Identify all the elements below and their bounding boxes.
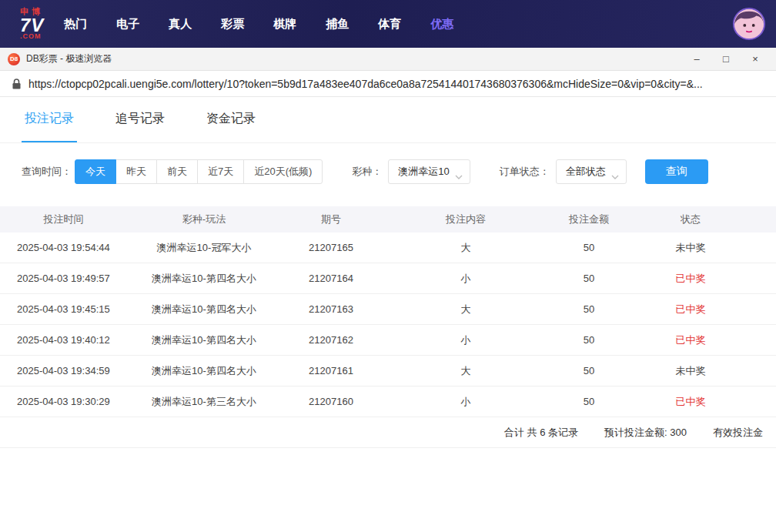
nav-item-hot[interactable]: 热门: [64, 17, 87, 32]
casino-topbar: 申博 7V .COM 热门 电子 真人 彩票 棋牌 捕鱼 体育 优惠: [0, 0, 776, 48]
summary-total: 合计 共 6 条记录: [504, 426, 578, 440]
nav-item-fishing[interactable]: 捕鱼: [326, 17, 349, 32]
filter-7days[interactable]: 近7天: [197, 159, 244, 184]
filter-20days[interactable]: 近20天(低频): [243, 159, 323, 184]
game-play: 澳洲幸运10-第三名大小: [127, 395, 281, 409]
game-play: 澳洲幸运10-第四名大小: [127, 272, 281, 286]
bet-time: 2025-04-03 19:30:29: [0, 396, 127, 407]
window-controls: – □ ×: [682, 48, 770, 71]
browser-favicon-icon: D8: [8, 53, 20, 65]
record-tabs: 投注记录 追号记录 资金记录: [0, 97, 776, 143]
lottery-select-value: 澳洲幸运10: [398, 165, 449, 179]
table-row: 2025-04-03 19:34:59 澳洲幸运10-第四名大小 2120716…: [0, 356, 776, 386]
query-button[interactable]: 查询: [645, 159, 708, 184]
window-title: DB彩票 - 极速浏览器: [26, 52, 112, 65]
header-bet-time: 投注时间: [0, 212, 127, 226]
table-row: 2025-04-03 19:30:29 澳洲幸运10-第三名大小 2120716…: [0, 386, 776, 417]
table-row: 2025-04-03 19:54:44 澳洲幸运10-冠军大小 21207165…: [0, 233, 776, 263]
bet-content: 大: [381, 241, 550, 255]
tab-bet-records[interactable]: 投注记录: [22, 97, 77, 142]
filter-yesterday[interactable]: 昨天: [115, 159, 157, 184]
bet-amount: 50: [550, 303, 627, 315]
issue-number: 21207162: [281, 334, 381, 346]
bet-content: 小: [381, 333, 550, 347]
header-status: 状态: [627, 212, 754, 226]
bet-content: 大: [381, 303, 550, 316]
filter-today[interactable]: 今天: [75, 159, 116, 184]
nav-item-sports[interactable]: 体育: [378, 17, 401, 32]
bet-time: 2025-04-03 19:45:15: [0, 303, 127, 315]
nav-item-lottery[interactable]: 彩票: [221, 17, 244, 32]
issue-number: 21207161: [281, 365, 381, 376]
table-summary-row: 合计 共 6 条记录 预计投注金额: 300 有效投注金: [0, 417, 776, 448]
game-play: 澳洲幸运10-第四名大小: [127, 333, 281, 347]
order-status-value: 全部状态: [566, 165, 606, 179]
table-row: 2025-04-03 19:45:15 澳洲幸运10-第四名大小 2120716…: [0, 294, 776, 325]
game-play: 澳洲幸运10-冠军大小: [127, 241, 281, 255]
lottery-page: 投注记录 追号记录 资金记录 查询时间： 今天 昨天 前天 近7天 近20天(低…: [0, 97, 776, 532]
chevron-down-icon: [611, 170, 619, 182]
bet-time: 2025-04-03 19:49:57: [0, 273, 127, 284]
minimize-button[interactable]: –: [682, 48, 711, 71]
issue-number: 21207165: [281, 242, 381, 253]
status-cell: 未中奖: [627, 241, 754, 255]
browser-titlebar[interactable]: D8 DB彩票 - 极速浏览器 – □ ×: [0, 48, 776, 71]
lock-icon: [12, 79, 21, 89]
lottery-select[interactable]: 澳洲幸运10: [388, 159, 470, 184]
bet-content: 小: [381, 395, 550, 409]
status-cell: 已中奖: [627, 272, 754, 286]
game-play: 澳洲幸运10-第四名大小: [127, 364, 281, 378]
bet-amount: 50: [550, 273, 627, 284]
summary-expected: 预计投注金额: 300: [604, 426, 687, 440]
close-button[interactable]: ×: [741, 48, 770, 71]
issue-number: 21207160: [281, 396, 381, 407]
browser-addressbar: https://ctopcp02pcali.uengi5e.com/lotter…: [0, 71, 776, 97]
filter-bar: 查询时间： 今天 昨天 前天 近7天 近20天(低频) 彩种： 澳洲幸运10 订…: [22, 159, 776, 185]
order-status-label: 订单状态：: [500, 165, 550, 179]
bet-records-table: 投注时间 彩种-玩法 期号 投注内容 投注金额 状态 2025-04-03 19…: [0, 206, 776, 448]
logo-com-text: .COM: [20, 33, 44, 40]
bet-amount: 50: [550, 242, 627, 253]
nav-item-live[interactable]: 真人: [169, 17, 192, 32]
chevron-down-icon: [455, 170, 463, 182]
time-filter-label: 查询时间：: [22, 165, 72, 179]
bet-time: 2025-04-03 19:40:12: [0, 334, 127, 346]
status-cell: 已中奖: [627, 395, 754, 409]
header-issue: 期号: [281, 212, 381, 226]
lottery-select-label: 彩种：: [352, 165, 382, 179]
header-amount: 投注金额: [550, 212, 627, 226]
order-status-select[interactable]: 全部状态: [556, 159, 627, 184]
nav-item-cards[interactable]: 棋牌: [273, 17, 296, 32]
table-row: 2025-04-03 19:40:12 澳洲幸运10-第四名大小 2120716…: [0, 325, 776, 356]
main-nav: 热门 电子 真人 彩票 棋牌 捕鱼 体育 优惠: [64, 17, 453, 32]
bet-time: 2025-04-03 19:54:44: [0, 242, 127, 253]
avatar-image: [734, 9, 764, 38]
game-play: 澳洲幸运10-第四名大小: [127, 303, 281, 316]
summary-valid: 有效投注金: [713, 426, 763, 440]
nav-item-slots[interactable]: 电子: [116, 17, 139, 32]
bet-content: 小: [381, 272, 550, 286]
maximize-button[interactable]: □: [711, 48, 741, 71]
status-cell: 未中奖: [627, 364, 754, 378]
bet-amount: 50: [550, 365, 627, 376]
bet-time: 2025-04-03 19:34:59: [0, 365, 127, 376]
header-game-play: 彩种-玩法: [127, 212, 281, 226]
user-avatar[interactable]: [733, 8, 765, 40]
issue-number: 21207163: [281, 303, 381, 315]
site-logo[interactable]: 申博 7V .COM: [20, 8, 44, 40]
bet-content: 大: [381, 364, 550, 378]
filter-2days-ago[interactable]: 前天: [156, 159, 198, 184]
tab-fund-records[interactable]: 资金记录: [203, 97, 259, 142]
tab-chase-records[interactable]: 追号记录: [112, 97, 168, 142]
status-cell: 已中奖: [627, 333, 754, 347]
bet-amount: 50: [550, 334, 627, 346]
time-filter-group: 今天 昨天 前天 近7天 近20天(低频): [75, 159, 323, 184]
nav-item-promos[interactable]: 优惠: [430, 17, 453, 32]
table-row: 2025-04-03 19:49:57 澳洲幸运10-第四名大小 2120716…: [0, 263, 776, 294]
issue-number: 21207164: [281, 273, 381, 284]
header-content: 投注内容: [381, 212, 550, 226]
status-cell: 已中奖: [627, 303, 754, 316]
bet-amount: 50: [550, 396, 627, 407]
url-field[interactable]: https://ctopcp02pcali.uengi5e.com/lotter…: [28, 78, 768, 90]
table-header-row: 投注时间 彩种-玩法 期号 投注内容 投注金额 状态: [0, 206, 776, 233]
